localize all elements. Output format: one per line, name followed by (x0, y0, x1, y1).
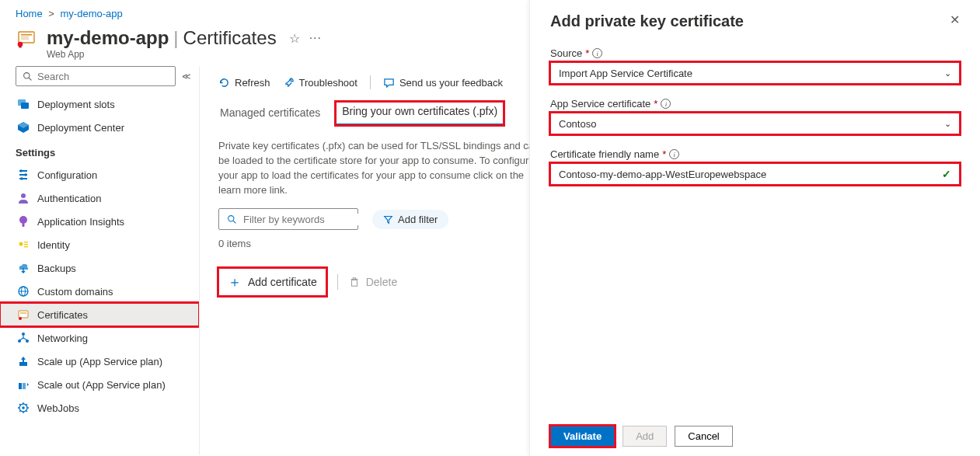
sidebar-item-authentication[interactable]: Authentication (0, 186, 199, 210)
refresh-button[interactable]: Refresh (218, 77, 270, 89)
sidebar-item-networking[interactable]: Networking (0, 326, 199, 350)
friendly-name-label: Certificate friendly name (550, 148, 659, 160)
app-service-cert-value: Contoso (559, 118, 596, 130)
sidebar-item-backups[interactable]: Backups (0, 256, 199, 280)
nav-label: Deployment slots (37, 99, 115, 110)
sidebar-item-custom-domains[interactable]: Custom domains (0, 280, 199, 303)
svg-point-17 (21, 193, 26, 198)
app-service-cert-select[interactable]: Contoso ⌄ (550, 113, 960, 134)
refresh-icon (218, 77, 230, 89)
filter-input[interactable] (218, 208, 358, 230)
breadcrumb-home[interactable]: Home (16, 8, 43, 19)
filter-icon (383, 214, 393, 225)
backups-icon (17, 262, 30, 274)
sidebar-item-scale-out[interactable]: Scale out (App Service plan) (0, 373, 199, 396)
identity-icon (17, 238, 30, 251)
add-button: Add (623, 426, 667, 447)
certificates-icon (17, 308, 30, 321)
add-filter-button[interactable]: Add filter (372, 210, 448, 229)
cancel-button[interactable]: Cancel (675, 426, 732, 447)
info-icon[interactable]: i (661, 99, 671, 109)
close-icon[interactable]: ✕ (950, 12, 960, 27)
svg-rect-21 (24, 242, 28, 242)
add-certificate-label: Add certificate (248, 276, 317, 288)
nav-label: Authentication (37, 193, 101, 204)
breadcrumb-app[interactable]: my-demo-app (61, 8, 123, 19)
favorite-star-icon[interactable]: ☆ (289, 31, 300, 46)
flyout-title: Add private key certificate (550, 12, 744, 30)
scale-up-icon (17, 355, 30, 367)
sidebar-item-configuration[interactable]: Configuration (0, 163, 199, 186)
domains-icon (17, 285, 30, 298)
info-icon[interactable]: i (592, 48, 602, 58)
svg-rect-3 (21, 39, 29, 40)
sidebar-search[interactable] (16, 66, 176, 86)
nav-label: Certificates (37, 309, 88, 321)
svg-point-16 (20, 177, 23, 180)
svg-rect-27 (19, 311, 28, 318)
nav-label: WebJobs (37, 402, 79, 414)
chevron-down-icon: ⌄ (944, 68, 951, 78)
sidebar-item-identity[interactable]: Identity (0, 233, 199, 256)
validate-button[interactable]: Validate (550, 426, 615, 447)
tab-managed-certificates[interactable]: Managed certificates (218, 102, 322, 125)
svg-point-14 (19, 169, 23, 172)
svg-rect-35 (23, 383, 26, 389)
svg-point-37 (22, 406, 25, 409)
sidebar-item-deployment-center[interactable]: Deployment Center (0, 116, 199, 139)
svg-rect-1 (21, 34, 32, 36)
insights-icon (17, 215, 30, 228)
nav-label: Application Insights (37, 216, 124, 228)
required-indicator: * (585, 47, 589, 59)
nav-label: Deployment Center (37, 122, 124, 134)
more-actions-icon[interactable]: ··· (309, 31, 322, 45)
sidebar-item-deployment-slots[interactable]: Deployment slots (0, 92, 199, 116)
feedback-button[interactable]: Send us your feedback (383, 77, 503, 89)
delete-button[interactable]: Delete (349, 276, 397, 288)
webjobs-icon (17, 402, 30, 414)
friendly-name-input[interactable]: Contoso-my-demo-app-WestEuropewebspace ✓ (550, 163, 960, 185)
feedback-icon (383, 77, 395, 89)
troubleshoot-button[interactable]: Troubleshoot (283, 77, 357, 89)
nav-label: Configuration (37, 169, 97, 181)
required-indicator: * (654, 98, 657, 110)
search-icon (23, 71, 33, 82)
source-select[interactable]: Import App Service Certificate ⌄ (550, 62, 960, 84)
tab-bring-your-own-certificates[interactable]: Bring your own certificates (.pfx) (336, 102, 504, 125)
svg-rect-23 (24, 246, 28, 247)
nav-label: Custom domains (37, 286, 113, 298)
plus-icon: ＋ (228, 273, 242, 291)
source-value: Import App Service Certificate (559, 68, 692, 79)
sidebar-item-certificates[interactable]: Certificates (0, 303, 199, 326)
required-indicator: * (662, 148, 666, 160)
slots-icon (17, 98, 30, 110)
title-separator: | (173, 27, 178, 49)
sidebar-item-webjobs[interactable]: WebJobs (0, 396, 199, 419)
add-certificate-flyout: Add private key certificate ✕ Source * i… (529, 0, 980, 456)
info-icon[interactable]: i (669, 149, 679, 159)
friendly-name-value: Contoso-my-demo-app-WestEuropewebspace (559, 169, 766, 180)
actions-divider (337, 274, 338, 290)
svg-rect-42 (353, 278, 356, 280)
svg-point-38 (228, 216, 234, 221)
troubleshoot-icon (283, 77, 295, 89)
sidebar-item-scale-up[interactable]: Scale up (App Service plan) (0, 350, 199, 373)
filter-text[interactable] (243, 214, 374, 225)
chevron-down-icon: ⌄ (944, 119, 951, 129)
toolbar-divider (370, 75, 371, 89)
svg-line-6 (29, 78, 31, 80)
page-title: my-demo-app (47, 27, 169, 49)
sidebar-search-input[interactable] (37, 71, 169, 82)
certificate-resource-icon (16, 27, 37, 49)
svg-rect-40 (351, 280, 357, 287)
add-certificate-button[interactable]: ＋ Add certificate (218, 268, 326, 296)
tab-description: Private key certificates (.pfx) can be u… (218, 139, 545, 197)
nav-label: Scale up (App Service plan) (37, 356, 162, 367)
sidebar-item-application-insights[interactable]: Application Insights (0, 210, 199, 233)
svg-point-15 (24, 173, 27, 176)
troubleshoot-label: Troubleshoot (299, 77, 357, 89)
svg-point-20 (19, 242, 23, 246)
app-service-cert-label: App Service certificate (550, 98, 650, 110)
breadcrumb-sep: > (48, 8, 54, 19)
collapse-sidebar-icon[interactable]: ≪ (182, 71, 191, 82)
